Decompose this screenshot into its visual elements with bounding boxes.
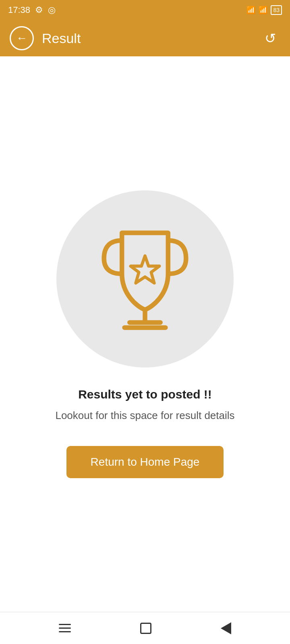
return-home-button[interactable]: Return to Home Page [66, 446, 224, 478]
refresh-button[interactable]: ↺ [260, 28, 280, 48]
page-title: Result [42, 31, 260, 46]
battery-level: 83 [273, 7, 280, 13]
battery-container: 83 [271, 5, 282, 15]
home-button[interactable] [140, 623, 151, 634]
svg-marker-0 [130, 256, 159, 283]
back-arrow-icon: ← [16, 33, 27, 44]
trophy-icon [89, 223, 201, 335]
signal-icon: 📶 [259, 6, 267, 14]
settings-icon: ⚙ [35, 5, 43, 15]
nav-bar: ← Result ↺ [0, 20, 290, 56]
time-display: 17:38 [8, 5, 30, 15]
status-right: 📶 📶 83 [246, 5, 282, 15]
result-subtext: Lookout for this space for result detail… [55, 409, 234, 422]
menu-button[interactable] [59, 624, 71, 632]
refresh-icon: ↺ [265, 30, 276, 46]
back-nav-button[interactable] [221, 622, 231, 634]
camera-icon: ◎ [48, 5, 56, 15]
status-left: 17:38 ⚙ ◎ [8, 5, 56, 15]
wifi-icon: 📶 [246, 6, 255, 14]
trophy-circle [56, 190, 234, 367]
main-content: Results yet to posted !! Lookout for thi… [0, 56, 290, 612]
back-button[interactable]: ← [10, 26, 34, 50]
back-triangle-icon [221, 622, 231, 634]
bottom-nav [0, 612, 290, 644]
status-bar: 17:38 ⚙ ◎ 📶 📶 83 [0, 0, 290, 20]
home-square-icon [140, 623, 151, 634]
result-heading: Results yet to posted !! [78, 388, 212, 401]
hamburger-icon [59, 624, 71, 632]
